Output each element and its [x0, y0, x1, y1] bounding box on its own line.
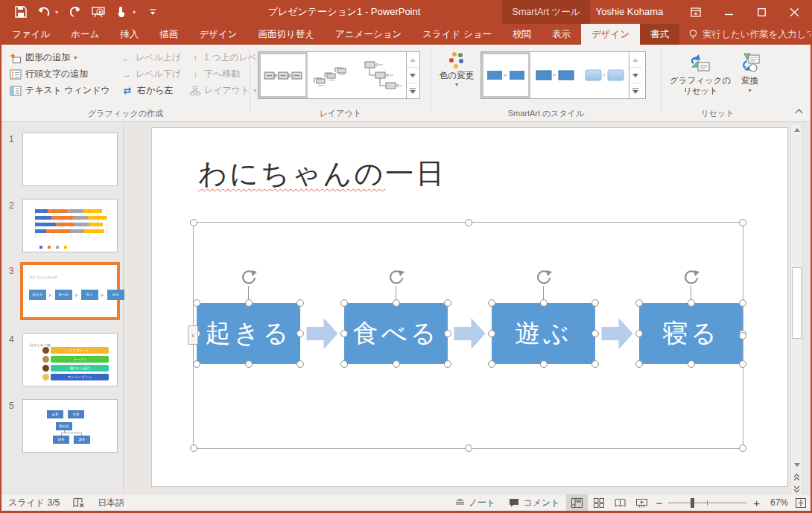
tell-me-box[interactable]: 実行したい作業を入力してください: [679, 24, 812, 45]
notes-toggle-button[interactable]: ノート: [448, 494, 503, 511]
smartart-shape-neru[interactable]: 寝る: [639, 303, 743, 364]
undo-button[interactable]: [35, 3, 53, 21]
tab-design[interactable]: デザイン: [188, 24, 247, 45]
tab-animations[interactable]: アニメーション: [325, 24, 412, 45]
add-shape-dropdown[interactable]: ▾: [74, 54, 77, 61]
selection-handle-e[interactable]: [296, 330, 304, 337]
add-bullet-button[interactable]: 行頭文字の追加: [7, 67, 119, 81]
ribbon-display-options-button[interactable]: [679, 0, 712, 24]
spellcheck-status-button[interactable]: [66, 494, 91, 511]
selection-handle-ne[interactable]: [739, 219, 746, 226]
gallery-scroll-down[interactable]: [407, 67, 419, 83]
selection-handle-s[interactable]: [393, 360, 400, 368]
selection-handle-n[interactable]: [465, 219, 472, 226]
tab-review[interactable]: 校閲: [502, 24, 542, 45]
selection-handle-n[interactable]: [540, 299, 548, 307]
change-colors-button[interactable]: 色の変更 ▾: [437, 51, 476, 106]
selection-handle-w[interactable]: [340, 330, 348, 337]
style-option-outline[interactable]: [530, 52, 580, 98]
tab-draw[interactable]: 描画: [149, 24, 188, 45]
customize-qat-button[interactable]: [144, 3, 162, 21]
change-colors-dropdown[interactable]: ▾: [455, 81, 458, 88]
selection-handle-e[interactable]: [591, 330, 599, 337]
scrollbar-track[interactable]: [791, 136, 802, 459]
redo-button[interactable]: [66, 3, 84, 21]
maximize-button[interactable]: [745, 0, 778, 24]
rotate-handle[interactable]: [682, 269, 700, 287]
collapse-ribbon-button[interactable]: [795, 103, 803, 117]
promote-button[interactable]: ← レベル上げ: [119, 51, 188, 65]
touch-mode-dropdown[interactable]: ▾: [133, 9, 139, 16]
selection-handle-sw[interactable]: [635, 360, 643, 368]
text-pane-button[interactable]: テキスト ウィンドウ: [7, 83, 119, 98]
zoom-slider[interactable]: [668, 494, 747, 512]
touch-mouse-mode-button[interactable]: [112, 3, 130, 21]
rotate-handle[interactable]: [535, 269, 553, 287]
selection-handle-sw[interactable]: [190, 445, 197, 452]
slide-canvas[interactable]: わにちゃんの一日 ‹ 起きる 食べ: [151, 127, 788, 487]
selection-handle-ne[interactable]: [296, 299, 304, 307]
minimize-button[interactable]: [712, 0, 745, 24]
selection-handle-ne[interactable]: [739, 299, 746, 307]
slide-thumbnail-1[interactable]: [22, 133, 118, 186]
reading-view-button[interactable]: [609, 494, 631, 511]
layout-option-basic-process[interactable]: [258, 52, 308, 98]
gallery-scroll-down[interactable]: [629, 67, 641, 83]
slide-thumbnail-4[interactable]: 好きな食べ物 チョコレート ラーメン 鶏のから揚げ マンゴープリン: [22, 333, 118, 386]
tab-slideshow[interactable]: スライド ショー: [412, 24, 502, 45]
selection-handle-e[interactable]: [739, 332, 746, 340]
style-option-subtle-effect[interactable]: [580, 52, 629, 98]
selection-handle-w[interactable]: [488, 330, 495, 337]
selection-handle-sw[interactable]: [488, 360, 495, 368]
add-shape-button[interactable]: 図形の追加 ▾: [7, 51, 119, 65]
slide-indicator[interactable]: スライド 3/5: [1, 494, 66, 511]
selection-handle-e[interactable]: [444, 330, 451, 337]
selection-handle-s[interactable]: [465, 445, 472, 452]
selection-handle-nw[interactable]: [190, 219, 197, 226]
rotate-handle[interactable]: [387, 269, 405, 287]
normal-view-button[interactable]: [566, 494, 588, 511]
zoom-in-button[interactable]: +: [750, 494, 763, 511]
gallery-scroll-up[interactable]: [407, 52, 419, 67]
tab-home[interactable]: ホーム: [60, 24, 110, 45]
fit-slide-to-window-button[interactable]: [791, 494, 811, 511]
slideshow-view-button[interactable]: [631, 494, 653, 511]
slide-sorter-view-button[interactable]: [588, 494, 609, 511]
zoom-level[interactable]: 67%: [763, 497, 791, 508]
slide-thumbnail-2[interactable]: [22, 199, 118, 252]
selection-handle-nw[interactable]: [193, 299, 200, 307]
selection-handle-sw[interactable]: [340, 360, 348, 368]
layout-option-step-process[interactable]: [308, 52, 357, 98]
right-to-left-button[interactable]: ⇄ 右から左: [119, 83, 188, 98]
gallery-scroll-up[interactable]: [629, 52, 641, 67]
selection-handle-w[interactable]: [635, 330, 643, 337]
start-from-beginning-button[interactable]: [89, 3, 107, 21]
text-pane-launcher[interactable]: ‹: [188, 325, 198, 345]
slide-thumbnail-5[interactable]: 会長 社長 取締役 部長 課長: [22, 399, 118, 453]
selection-handle-s[interactable]: [245, 360, 253, 368]
selection-handle-nw[interactable]: [635, 299, 643, 307]
scrollbar-up-button[interactable]: [791, 124, 802, 136]
tab-smartart-design[interactable]: デザイン: [581, 24, 640, 45]
selection-handle-se[interactable]: [739, 360, 746, 368]
comments-toggle-button[interactable]: コメント: [502, 494, 566, 511]
style-option-simple-fill[interactable]: [481, 52, 530, 98]
selection-handle-nw[interactable]: [340, 299, 348, 307]
selection-handle-n[interactable]: [688, 299, 695, 307]
previous-slide-button[interactable]: [791, 471, 802, 483]
selection-handle-nw[interactable]: [488, 299, 495, 307]
undo-dropdown[interactable]: ▾: [55, 9, 61, 16]
selection-handle-s[interactable]: [688, 360, 695, 368]
save-button[interactable]: [12, 3, 30, 21]
selection-handle-n[interactable]: [245, 299, 253, 307]
selection-handle-ne[interactable]: [591, 299, 599, 307]
selection-handle-n[interactable]: [393, 299, 400, 307]
zoom-out-button[interactable]: −: [653, 494, 665, 511]
smartart-shape-asobu[interactable]: 遊ぶ: [492, 303, 595, 364]
selection-handle-se[interactable]: [739, 445, 746, 452]
selection-handle-se[interactable]: [591, 360, 599, 368]
slide-thumbnail-3-selected[interactable]: わにちゃんの一日 起きる ► 食べる ► 遊ぶ ► 寝る: [22, 264, 118, 318]
selection-handle-s[interactable]: [540, 360, 548, 368]
language-status-button[interactable]: 日本語: [91, 494, 131, 511]
tab-insert[interactable]: 挿入: [110, 24, 149, 45]
